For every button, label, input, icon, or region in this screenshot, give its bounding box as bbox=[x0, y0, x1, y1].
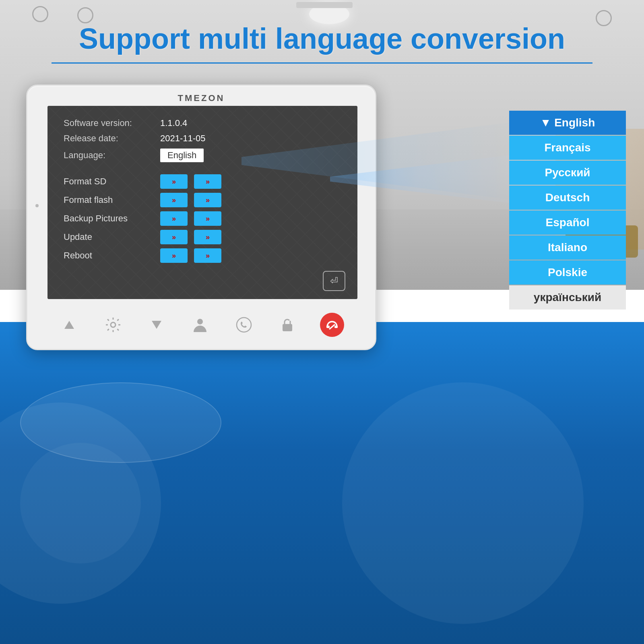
format-flash-btn-2[interactable]: » bbox=[194, 193, 221, 207]
language-item-italian[interactable]: Italiano bbox=[509, 235, 626, 260]
lock-button[interactable] bbox=[277, 314, 299, 336]
navigate-up-button[interactable] bbox=[58, 314, 80, 336]
reboot-row: Reboot » » bbox=[64, 248, 341, 263]
release-date-label: Release date: bbox=[64, 133, 160, 144]
svg-point-3 bbox=[197, 319, 203, 324]
navigate-down-icon bbox=[149, 318, 164, 332]
device-frame: TMEZON Software version: 1.1.0.4 Release… bbox=[26, 85, 376, 350]
device-brand: TMEZON bbox=[178, 93, 225, 103]
backup-pictures-label: Backup Pictures bbox=[64, 213, 160, 224]
screen-content: Software version: 1.1.0.4 Release date: … bbox=[47, 106, 357, 299]
language-item-ukrainian[interactable]: український bbox=[509, 285, 626, 310]
device-controls bbox=[47, 313, 355, 337]
language-item-german[interactable]: Deutsch bbox=[509, 186, 626, 210]
lock-icon bbox=[279, 317, 295, 333]
hangup-icon bbox=[325, 318, 339, 332]
spanish-label: Español bbox=[546, 216, 590, 229]
btn-arrow-icon-3: » bbox=[172, 196, 176, 204]
release-date-row: Release date: 2021-11-05 bbox=[64, 133, 341, 144]
update-row: Update » » bbox=[64, 230, 341, 244]
language-item-french[interactable]: Français bbox=[509, 136, 626, 160]
btn-arrow-icon-4: » bbox=[206, 196, 210, 204]
btn-arrow-icon-10: » bbox=[206, 252, 210, 260]
format-sd-btn-2[interactable]: » bbox=[194, 174, 221, 189]
backup-btn-2[interactable]: » bbox=[194, 211, 221, 226]
back-button[interactable]: ⏎ bbox=[323, 271, 345, 291]
software-version-label: Software version: bbox=[64, 118, 160, 128]
backup-pictures-row: Backup Pictures » » bbox=[64, 211, 341, 226]
hangup-button[interactable] bbox=[320, 313, 344, 337]
german-label: Deutsch bbox=[545, 191, 590, 204]
format-flash-btn-1[interactable]: » bbox=[160, 193, 188, 207]
update-label: Update bbox=[64, 232, 160, 242]
software-version-value: 1.1.0.4 bbox=[160, 118, 187, 128]
format-sd-btn-1[interactable]: » bbox=[160, 174, 188, 189]
language-item-english[interactable]: ▼ English bbox=[509, 111, 626, 135]
software-version-row: Software version: 1.1.0.4 bbox=[64, 118, 341, 128]
page-title: Support multi language conversion bbox=[0, 22, 644, 55]
info-section: Software version: 1.1.0.4 Release date: … bbox=[64, 118, 341, 162]
settings-button[interactable] bbox=[102, 314, 124, 336]
back-icon: ⏎ bbox=[330, 275, 338, 287]
user-button[interactable] bbox=[189, 314, 211, 336]
backup-btn-1[interactable]: » bbox=[160, 211, 188, 226]
device-indicator bbox=[35, 204, 39, 207]
update-btn-1[interactable]: » bbox=[160, 230, 188, 244]
call-button[interactable] bbox=[233, 314, 255, 336]
call-icon bbox=[235, 316, 253, 334]
backup-pictures-buttons: » » bbox=[160, 211, 221, 226]
svg-rect-5 bbox=[283, 324, 292, 331]
svg-marker-0 bbox=[64, 321, 74, 329]
btn-arrow-icon: » bbox=[172, 178, 176, 186]
reboot-btn-2[interactable]: » bbox=[194, 248, 221, 263]
format-flash-label: Format flash bbox=[64, 195, 160, 205]
update-btn-2[interactable]: » bbox=[194, 230, 221, 244]
english-label: ▼ English bbox=[540, 116, 595, 129]
reboot-btn-1[interactable]: » bbox=[160, 248, 188, 263]
btn-arrow-icon-8: » bbox=[206, 233, 210, 242]
page-container: Support multi language conversion TMEZON… bbox=[0, 0, 644, 644]
device-screen: Software version: 1.1.0.4 Release date: … bbox=[47, 106, 357, 299]
language-label: Language: bbox=[64, 150, 160, 161]
format-flash-buttons: » » bbox=[160, 193, 221, 207]
btn-arrow-icon-9: » bbox=[172, 252, 176, 260]
format-sd-row: Format SD » » bbox=[64, 174, 341, 189]
language-row: Language: English bbox=[64, 149, 341, 162]
release-date-value: 2021-11-05 bbox=[160, 133, 206, 144]
russian-label: Русский bbox=[545, 166, 590, 179]
format-sd-label: Format SD bbox=[64, 176, 160, 187]
btn-arrow-icon-6: » bbox=[206, 215, 210, 223]
navigate-up-icon bbox=[62, 318, 76, 332]
format-flash-row: Format flash » » bbox=[64, 193, 341, 207]
svg-point-4 bbox=[237, 318, 251, 332]
navigate-down-button[interactable] bbox=[146, 314, 168, 336]
reboot-label: Reboot bbox=[64, 250, 160, 261]
svg-rect-7 bbox=[334, 326, 338, 328]
italian-label: Italiano bbox=[548, 241, 587, 254]
language-item-russian[interactable]: Русский bbox=[509, 161, 626, 185]
btn-arrow-icon-2: » bbox=[206, 178, 210, 186]
svg-rect-6 bbox=[326, 326, 330, 328]
ukrainian-label: український bbox=[534, 291, 601, 303]
language-item-spanish[interactable]: Español bbox=[509, 211, 626, 235]
btn-arrow-icon-7: » bbox=[172, 233, 176, 242]
reboot-buttons: » » bbox=[160, 248, 221, 263]
svg-marker-2 bbox=[152, 321, 161, 329]
actions-section: Format SD » » Format flash bbox=[64, 174, 341, 263]
user-icon bbox=[192, 317, 208, 333]
polish-label: Polskie bbox=[548, 266, 587, 279]
french-label: Français bbox=[544, 141, 590, 154]
language-panel: ▼ English Français Русский Deutsch Españ… bbox=[509, 111, 626, 310]
svg-line-8 bbox=[329, 324, 335, 329]
language-value[interactable]: English bbox=[160, 149, 204, 162]
btn-arrow-icon-5: » bbox=[172, 215, 176, 223]
header-divider bbox=[52, 62, 592, 64]
settings-icon bbox=[105, 317, 121, 333]
format-sd-buttons: » » bbox=[160, 174, 221, 189]
svg-point-1 bbox=[111, 322, 116, 327]
language-item-polish[interactable]: Polskie bbox=[509, 260, 626, 285]
update-buttons: » » bbox=[160, 230, 221, 244]
